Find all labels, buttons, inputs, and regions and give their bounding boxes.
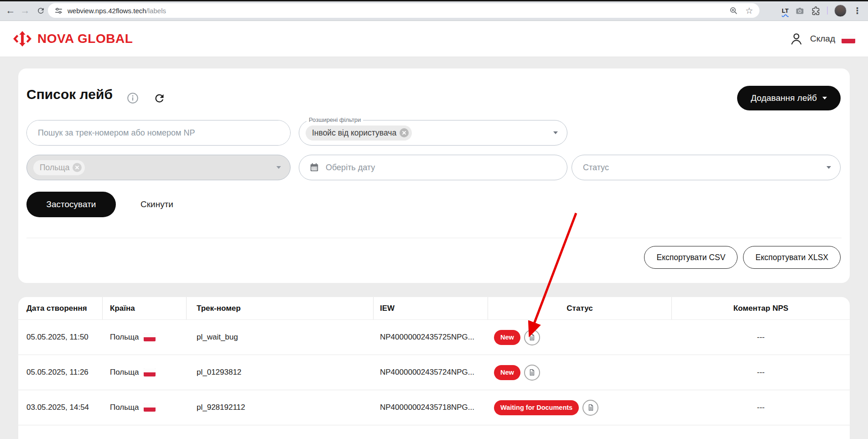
filter-chip-country: Польща: [33, 160, 85, 175]
chevron-down-icon: [553, 131, 558, 134]
col-header-iew: IEW: [374, 297, 488, 319]
cell-comment: ---: [672, 320, 850, 355]
chip-close-icon[interactable]: [73, 163, 82, 172]
browser-menu-icon[interactable]: ⋮: [853, 5, 862, 16]
toolbar-divider: [827, 6, 828, 15]
browser-window: ← → webview.nps.42flows.tech/labels ☆: [0, 0, 868, 439]
site-header: NOVA GLOBAL Склад: [0, 21, 868, 57]
cell-country: Польща: [103, 390, 187, 425]
search-input[interactable]: [27, 120, 290, 145]
document-icon: [528, 333, 536, 341]
apply-button[interactable]: Застосувати: [26, 192, 116, 217]
forward-arrow-icon: →: [21, 5, 30, 16]
site-settings-icon[interactable]: [54, 6, 63, 15]
table-row[interactable]: 05.05.2025, 11:50 Польща pl_wait_bug NP4…: [18, 320, 850, 355]
status-badge: Waiting for Documents: [494, 400, 579, 415]
cell-status: New: [488, 320, 672, 355]
add-label-button[interactable]: Додавання лейб: [737, 86, 841, 110]
cell-iew: NP40000002435718NPG...: [374, 390, 488, 425]
add-label-button-text: Додавання лейб: [751, 93, 817, 103]
export-csv-button[interactable]: Експортувати CSV: [644, 246, 738, 269]
cell-comment: ---: [672, 355, 850, 390]
export-xlsx-button[interactable]: Експортувати XLSX: [743, 246, 841, 269]
extensions-puzzle-icon[interactable]: [811, 6, 821, 16]
poland-flag-icon: [144, 403, 156, 412]
bookmark-star-icon[interactable]: ☆: [745, 6, 753, 15]
labels-panel: Список лейб Додавання лейб Розширені філ…: [18, 68, 850, 283]
cell-date: 03.05.2025, 14:54: [18, 390, 103, 425]
date-placeholder: Оберіть дату: [326, 163, 375, 172]
chevron-down-icon: [826, 166, 831, 169]
advanced-filters-label: Розширені фільтри: [307, 116, 363, 123]
reload-icon: [36, 6, 45, 15]
labels-table: Дата створення Країна Трек-номер IEW Ста…: [18, 297, 850, 439]
language-flag-poland-icon[interactable]: [842, 34, 855, 43]
cell-country: Польща: [103, 320, 187, 355]
nova-global-logo[interactable]: NOVA GLOBAL: [13, 31, 133, 47]
cell-track: pl_928192112: [187, 390, 374, 425]
browser-toolbar: ← → webview.nps.42flows.tech/labels ☆: [0, 0, 868, 21]
country-select-disabled[interactable]: Польща: [26, 155, 291, 180]
cell-track: pl_wait_bug: [187, 320, 374, 355]
documents-button[interactable]: [524, 365, 540, 381]
table-row[interactable]: 05.05.2025, 11:26 Польща pl_01293812 NP4…: [18, 355, 850, 390]
documents-button[interactable]: [524, 329, 540, 345]
chip-close-icon[interactable]: [400, 128, 409, 137]
chevron-down-icon: [822, 97, 827, 99]
status-badge: New: [494, 330, 520, 345]
document-icon: [528, 368, 536, 376]
filter-chip-invoice: Інвойс від користувача: [306, 125, 412, 141]
col-header-status: Статус: [488, 297, 672, 319]
cell-status: New: [488, 355, 672, 390]
nova-arrows-logo-icon: [13, 31, 32, 47]
status-placeholder: Статус: [583, 163, 609, 172]
chevron-down-icon: [276, 166, 281, 169]
poland-flag-icon: [144, 333, 156, 341]
country-name: Польща: [110, 403, 139, 412]
cell-date: 05.05.2025, 11:50: [18, 320, 103, 355]
user-name[interactable]: Склад: [810, 34, 835, 44]
address-bar[interactable]: webview.nps.42flows.tech/labels ☆: [48, 3, 759, 18]
country-name: Польща: [110, 333, 139, 342]
col-header-comment: Коментар NPS: [672, 297, 850, 319]
zoom-icon[interactable]: [729, 6, 738, 15]
date-picker-field[interactable]: Оберіть дату: [299, 155, 567, 180]
advanced-filters-select[interactable]: Розширені фільтри Інвойс від користувача: [299, 120, 567, 146]
browser-profile-avatar[interactable]: [834, 5, 847, 17]
col-header-track: Трек-номер: [187, 297, 374, 319]
cell-iew: NP40000002435725NPG...: [374, 320, 488, 355]
filter-chip-country-text: Польща: [40, 163, 69, 172]
browser-back-button[interactable]: ←: [4, 4, 17, 17]
info-icon[interactable]: [127, 92, 139, 104]
col-header-date: Дата створення: [18, 297, 103, 319]
page-title: Список лейб: [26, 87, 113, 102]
divider: [26, 238, 842, 238]
browser-forward-button[interactable]: →: [18, 4, 32, 17]
table-header-row: Дата створення Країна Трек-номер IEW Ста…: [18, 297, 850, 320]
reset-button[interactable]: Скинути: [134, 192, 180, 217]
status-select[interactable]: Статус: [572, 155, 841, 180]
country-name: Польща: [110, 368, 139, 377]
cell-track: pl_01293812: [187, 355, 374, 390]
filter-chip-invoice-text: Інвойс від користувача: [312, 128, 396, 138]
cell-comment: ---: [672, 390, 850, 425]
user-icon[interactable]: [789, 31, 804, 46]
table-row[interactable]: 03.05.2025, 14:54 Польща pl_928192112 NP…: [18, 390, 850, 425]
brand-name: NOVA GLOBAL: [37, 31, 133, 46]
cell-iew: NP40000002435724NPG...: [374, 355, 488, 390]
cell-country: Польща: [103, 355, 187, 390]
languagetool-extension-icon[interactable]: LT: [782, 7, 789, 14]
cell-status: Waiting for Documents: [488, 390, 672, 425]
documents-button[interactable]: [582, 400, 598, 416]
document-icon: [587, 403, 595, 412]
browser-reload-button[interactable]: [34, 4, 47, 17]
refresh-list-icon[interactable]: [153, 92, 165, 104]
screenshot-extension-icon[interactable]: [795, 6, 805, 16]
calendar-icon: [309, 162, 319, 172]
search-field[interactable]: [26, 120, 291, 146]
poland-flag-icon: [144, 368, 156, 376]
back-arrow-icon: ←: [6, 5, 16, 16]
status-badge: New: [494, 365, 520, 380]
cell-date: 05.05.2025, 11:26: [18, 355, 103, 390]
col-header-country: Країна: [103, 297, 187, 319]
